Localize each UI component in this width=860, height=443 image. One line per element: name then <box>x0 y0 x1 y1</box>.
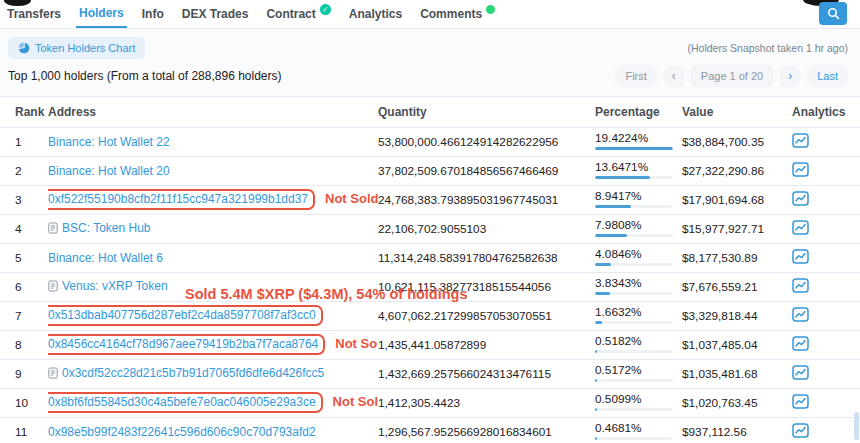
rank-cell: 3 <box>0 185 48 214</box>
address-cell: 0x3cdf52cc28d21c5b7b91d7065fd6dfe6d426fc… <box>48 359 378 388</box>
holder-address-link[interactable]: 0x513dbab407756d287ebf2c4da8597708f7af3c… <box>48 308 316 322</box>
analytics-chart-icon[interactable] <box>792 133 809 148</box>
contract-icon <box>48 222 58 237</box>
tab-label: Comments <box>420 7 482 21</box>
analytics-chart-icon[interactable] <box>792 336 809 351</box>
tab-holders[interactable]: Holders <box>76 0 127 28</box>
analytics-chart-icon[interactable] <box>792 307 809 322</box>
holder-address-link[interactable]: 0x8bf6fd55845d30c4a5befe7e0ac046005e29a3… <box>48 395 316 409</box>
address-cell: BSC: Token Hub <box>48 214 378 243</box>
table-row: 110x98e5b99f2483f22641c596d606c90c70d793… <box>0 417 860 443</box>
analytics-chart-icon[interactable] <box>792 423 809 438</box>
prev-page-button[interactable]: ‹ <box>664 66 684 87</box>
rank-cell: 4 <box>0 214 48 243</box>
highlight-box: 0x513dbab407756d287ebf2c4da8597708f7af3c… <box>48 305 323 326</box>
last-page-button[interactable]: Last <box>807 65 848 87</box>
analytics-cell <box>792 243 860 272</box>
rank-cell: 5 <box>0 243 48 272</box>
tab-analytics[interactable]: Analytics <box>346 0 405 28</box>
value-cell: $27,322,290.86 <box>682 156 792 185</box>
percentage-value: 19.4224% <box>595 133 672 145</box>
holder-address-link[interactable]: BSC: Token Hub <box>62 221 151 235</box>
quantity-cell: 1,412,305.4423 <box>378 388 595 417</box>
scrollbar-thumb[interactable] <box>854 412 859 440</box>
search-icon <box>827 7 840 20</box>
analytics-chart-icon[interactable] <box>792 249 809 264</box>
tab-dex-trades[interactable]: DEX Trades <box>179 0 252 28</box>
percentage-value: 1.6632% <box>595 307 672 319</box>
holder-address-link[interactable]: 0x8456cc4164cf78d967aee79419b2ba7f7aca87… <box>48 337 318 351</box>
percentage-cell: 4.0846% <box>595 243 682 272</box>
rank-cell: 1 <box>0 127 48 156</box>
holder-address-link[interactable]: 0x98e5b99f2483f22641c596d606c90c70d793af… <box>48 425 316 439</box>
analytics-chart-icon[interactable] <box>792 191 809 206</box>
holder-address-link[interactable]: Binance: Hot Wallet 22 <box>48 135 170 149</box>
percentage-value: 13.6471% <box>595 162 672 174</box>
analytics-chart-icon[interactable] <box>792 220 809 235</box>
tab-info[interactable]: Info <box>139 0 167 28</box>
value-cell: $15,977,927.71 <box>682 214 792 243</box>
not-sold-annotation: Not Sold <box>333 394 378 409</box>
percentage-value: 4.0846% <box>595 249 672 261</box>
value-cell: $38,884,700.35 <box>682 127 792 156</box>
analytics-cell <box>792 417 860 443</box>
column-header-value: Value <box>682 97 792 127</box>
tab-contract[interactable]: Contract✓ <box>263 0 333 28</box>
search-button[interactable] <box>819 2 847 25</box>
column-header-address: Address <box>48 97 378 127</box>
quantity-cell: 37,802,509.670184856567466469 <box>378 156 595 185</box>
analytics-cell <box>792 272 860 301</box>
analytics-chart-icon[interactable] <box>792 162 809 177</box>
analytics-chart-icon[interactable] <box>792 365 809 380</box>
pagination: First ‹ Page 1 of 20 › Last <box>615 65 848 87</box>
tab-label: Analytics <box>349 7 402 21</box>
value-cell: $1,020,763.45 <box>682 388 792 417</box>
holder-address-link[interactable]: Binance: Hot Wallet 6 <box>48 251 163 265</box>
analytics-chart-icon[interactable] <box>792 278 809 293</box>
rank-cell: 6 <box>0 272 48 301</box>
not-sold-annotation: Not Sold <box>335 336 378 351</box>
holder-address-link[interactable]: Binance: Hot Wallet 20 <box>48 164 170 178</box>
address-cell: 0x8bf6fd55845d30c4a5befe7e0ac046005e29a3… <box>48 388 378 417</box>
address-cell: 0x98e5b99f2483f22641c596d606c90c70d793af… <box>48 417 378 443</box>
token-holders-chart-button[interactable]: Token Holders Chart <box>8 37 145 59</box>
chart-button-label: Token Holders Chart <box>35 42 135 54</box>
value-cell: $7,676,559.21 <box>682 272 792 301</box>
quantity-cell: 24,768,383.793895031967745031 <box>378 185 595 214</box>
verified-check-icon: ✓ <box>320 4 331 15</box>
address-cell: Binance: Hot Wallet 20 <box>48 156 378 185</box>
tab-comments[interactable]: Comments <box>417 0 498 28</box>
holder-address-link[interactable]: Venus: vXRP Token <box>62 279 168 293</box>
analytics-cell <box>792 330 860 359</box>
next-page-button[interactable]: › <box>780 66 800 87</box>
rank-cell: 9 <box>0 359 48 388</box>
address-cell: 0x513dbab407756d287ebf2c4da8597708f7af3c… <box>48 301 378 330</box>
table-row: 90x3cdf52cc28d21c5b7b91d7065fd6dfe6d426f… <box>0 359 860 388</box>
address-cell: Binance: Hot Wallet 6 <box>48 243 378 272</box>
percentage-value: 0.5099% <box>595 394 672 406</box>
percentage-bar <box>595 263 673 266</box>
percentage-cell: 0.5182% <box>595 330 682 359</box>
percentage-value: 3.8343% <box>595 278 672 290</box>
tab-label: Holders <box>79 6 124 20</box>
highlight-box: 0x8456cc4164cf78d967aee79419b2ba7f7aca87… <box>48 334 325 355</box>
first-page-button[interactable]: First <box>615 65 656 87</box>
percentage-value: 7.9808% <box>595 220 672 232</box>
page-indicator: Page 1 of 20 <box>691 65 773 87</box>
percentage-bar <box>595 350 673 353</box>
holder-address-link[interactable]: 0x3cdf52cc28d21c5b7b91d7065fd6dfe6d426fc… <box>62 366 324 380</box>
percentage-value: 0.5182% <box>595 336 672 348</box>
table-row: 70x513dbab407756d287ebf2c4da8597708f7af3… <box>0 301 860 330</box>
value-cell: $1,035,481.68 <box>682 359 792 388</box>
holder-address-link[interactable]: 0xf522f55190b8cfb2f11f15cc947a321999b1dd… <box>48 192 308 206</box>
percentage-value: 0.4681% <box>595 423 672 435</box>
quantity-cell: 53,800,000.466124914282622956 <box>378 127 595 156</box>
analytics-cell <box>792 388 860 417</box>
analytics-cell <box>792 185 860 214</box>
analytics-chart-icon[interactable] <box>792 394 809 409</box>
holders-toolbar-band: Token Holders Chart (Holders Snapshot ta… <box>0 29 860 97</box>
contract-icon <box>48 280 58 295</box>
contract-icon <box>48 367 58 382</box>
comments-dot-icon <box>486 5 495 14</box>
holders-table-body: 1Binance: Hot Wallet 2253,800,000.466124… <box>0 127 860 443</box>
